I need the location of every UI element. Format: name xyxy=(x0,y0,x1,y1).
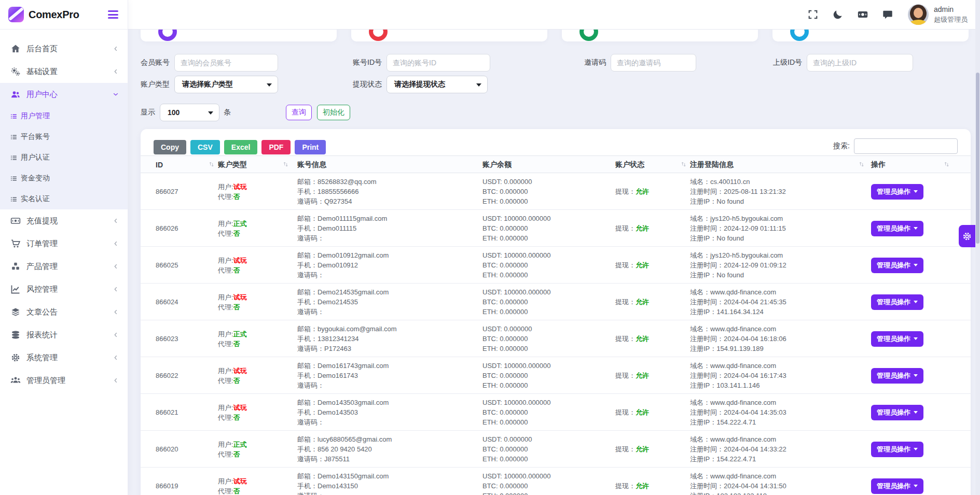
avatar[interactable] xyxy=(908,4,929,25)
account-id-label: 账号ID号 xyxy=(352,58,382,67)
member-account-input[interactable] xyxy=(174,54,278,72)
table-body: 866027 用户:试玩 代理:否 邮箱：85268832@qq.com手机：1… xyxy=(141,173,971,495)
dark-mode-icon[interactable] xyxy=(832,9,844,20)
cashier-icon[interactable] xyxy=(857,9,868,20)
sort-icon[interactable] xyxy=(944,161,952,169)
account-type-select[interactable]: 请选择账户类型 xyxy=(174,76,278,93)
sidebar-item-平台账号[interactable]: 平台账号 xyxy=(0,126,128,147)
reset-button[interactable]: 初始化 xyxy=(317,105,350,120)
cell-actions: 管理员操作 xyxy=(871,173,923,210)
admin-action-button[interactable]: 管理员操作 xyxy=(871,405,923,420)
sidebar-item-管理员管理[interactable]: 管理员管理 xyxy=(0,369,128,392)
sidebar-item-系统管理[interactable]: 系统管理 xyxy=(0,346,128,369)
home-icon xyxy=(10,44,21,54)
chev-left-icon xyxy=(112,68,119,75)
admin-action-button[interactable]: 管理员操作 xyxy=(871,331,923,347)
display-label: 显示 xyxy=(141,108,155,117)
export-csv-button[interactable]: CSV xyxy=(190,140,220,154)
column-header-ID[interactable]: ID xyxy=(156,156,163,174)
cell-actions: 管理员操作 xyxy=(871,210,923,247)
sidebar-menu: 后台首页基础设置用户中心用户管理平台账号用户认证资金变动实名认证充值提现订单管理… xyxy=(0,30,128,392)
export-copy-button[interactable]: Copy xyxy=(154,140,186,154)
cell-register-info: 域名：www.qdd-finance.com注册时间：2024-04-04 16… xyxy=(690,357,786,394)
parent-id-input[interactable] xyxy=(807,54,913,72)
sidebar-item-文章公告[interactable]: 文章公告 xyxy=(0,301,128,323)
export-pdf-button[interactable]: PDF xyxy=(261,140,291,154)
chevron-down-icon xyxy=(914,301,918,303)
sidebar-item-充值提现[interactable]: 充值提现 xyxy=(0,209,128,232)
sidebar-item-用户认证[interactable]: 用户认证 xyxy=(0,147,128,168)
cell-id: 866023 xyxy=(156,320,178,357)
chev-left-icon xyxy=(112,377,119,384)
table-row: 866026 用户:正式 代理:否 邮箱：Demo011115gmail.com… xyxy=(141,210,971,247)
export-buttons: CopyCSVExcelPDFPrint xyxy=(154,140,326,154)
admin-action-button[interactable]: 管理员操作 xyxy=(871,442,923,457)
search-input[interactable] xyxy=(854,138,958,154)
layers-icon xyxy=(10,307,21,317)
page-scrollbar[interactable] xyxy=(975,0,980,495)
admin-info[interactable]: admin 超级管理员 xyxy=(934,5,968,24)
cell-balance: USDT: 100000.000000BTC: 0.000000ETH: 0.0… xyxy=(482,247,551,284)
sidebar-item-用户管理[interactable]: 用户管理 xyxy=(0,106,128,126)
page-size-select[interactable]: 100 xyxy=(160,104,219,121)
admin-action-button[interactable]: 管理员操作 xyxy=(871,478,923,494)
cell-register-info: 域名：jys120-h5.bygoukai.com注册时间：2024-12-09… xyxy=(690,210,786,247)
cell-account-info: 邮箱：Demo011115gmail.com手机：Demo011115邀请码： xyxy=(297,210,387,247)
messages-icon[interactable] xyxy=(882,9,893,20)
export-print-button[interactable]: Print xyxy=(295,140,326,154)
sort-icon[interactable] xyxy=(681,161,689,169)
settings-gear-button[interactable] xyxy=(959,225,975,247)
sort-icon[interactable] xyxy=(859,161,867,169)
column-header-注册登陆信息[interactable]: 注册登陆信息 xyxy=(690,156,734,174)
table-row: 866024 用户:试玩 代理:否 邮箱：Demo214535gmail.com… xyxy=(141,284,971,320)
admin-action-button[interactable]: 管理员操作 xyxy=(871,221,923,236)
fullscreen-icon[interactable] xyxy=(807,9,819,20)
account-id-input[interactable] xyxy=(387,54,490,72)
column-header-账户状态[interactable]: 账户状态 xyxy=(615,156,644,174)
table-card: CopyCSVExcelPDFPrint 搜索: ID账户类型账号信息账户余额账… xyxy=(141,129,971,495)
sidebar-item-基础设置[interactable]: 基础设置 xyxy=(0,60,128,83)
sort-icon[interactable] xyxy=(209,161,217,169)
sidebar-item-实名认证[interactable]: 实名认证 xyxy=(0,189,128,209)
chev-down-icon xyxy=(112,91,119,98)
parent-id-filter: 上级ID号 xyxy=(772,54,913,72)
scrollbar-thumb[interactable] xyxy=(976,73,979,244)
sidebar-item-产品管理[interactable]: 产品管理 xyxy=(0,255,128,278)
chev-left-icon xyxy=(112,308,119,316)
sidebar-item-报表统计[interactable]: 报表统计 xyxy=(0,323,128,346)
table-row: 866022 用户:试玩 代理:否 邮箱：Demo161743gmail.com… xyxy=(141,357,971,394)
column-header-账户类型[interactable]: 账户类型 xyxy=(218,156,247,174)
chevron-down-icon xyxy=(267,83,272,87)
sidebar-item-用户中心[interactable]: 用户中心 xyxy=(0,83,128,106)
table-row: 866025 用户:试玩 代理:否 邮箱：Demo010912gmail.com… xyxy=(141,247,971,284)
column-header-操作[interactable]: 操作 xyxy=(871,156,886,174)
table-row: 866023 用户:正式 代理:否 邮箱：bygoukai.com@gmail.… xyxy=(141,320,971,357)
cell-actions: 管理员操作 xyxy=(871,284,923,320)
cell-account-type: 用户:试玩 代理:否 xyxy=(218,468,247,495)
sidebar-item-风控管理[interactable]: 风控管理 xyxy=(0,278,128,301)
admin-action-button[interactable]: 管理员操作 xyxy=(871,294,923,310)
invite-code-input[interactable] xyxy=(611,54,696,72)
sidebar-item-资金变动[interactable]: 资金变动 xyxy=(0,168,128,189)
query-button[interactable]: 查询 xyxy=(286,105,312,120)
withdraw-status-select[interactable]: 请选择提现状态 xyxy=(387,76,488,93)
invite-code-filter: 邀请码 xyxy=(584,54,696,72)
hamburger-menu-icon[interactable] xyxy=(108,10,118,19)
cell-register-info: 域名：www.qdd-finance.com注册时间：2024-04-04 14… xyxy=(690,394,786,431)
cell-account-type: 用户:正式 代理:否 xyxy=(218,210,247,247)
main-content: 会员账号 账号ID号 邀请码 上级ID号 账户类型 请选择账户类型 提现状态 请… xyxy=(128,30,980,495)
table-header: ID账户类型账号信息账户余额账户状态注册登陆信息操作 xyxy=(141,155,971,173)
sidebar-item-订单管理[interactable]: 订单管理 xyxy=(0,232,128,255)
export-excel-button[interactable]: Excel xyxy=(224,140,258,154)
admin-action-button[interactable]: 管理员操作 xyxy=(871,184,923,200)
sort-icon xyxy=(944,161,952,169)
cell-account-info: 邮箱：85268832@qq.com手机：18855556666邀请码：Q927… xyxy=(297,173,377,210)
coins-icon xyxy=(10,330,21,340)
chev-left-icon xyxy=(112,286,119,293)
admin-action-button[interactable]: 管理员操作 xyxy=(871,258,923,273)
sort-icon[interactable] xyxy=(283,161,291,169)
sidebar-item-后台首页[interactable]: 后台首页 xyxy=(0,37,128,60)
admin-action-button[interactable]: 管理员操作 xyxy=(871,368,923,384)
users-icon xyxy=(10,89,21,100)
cell-id: 866027 xyxy=(156,173,178,210)
